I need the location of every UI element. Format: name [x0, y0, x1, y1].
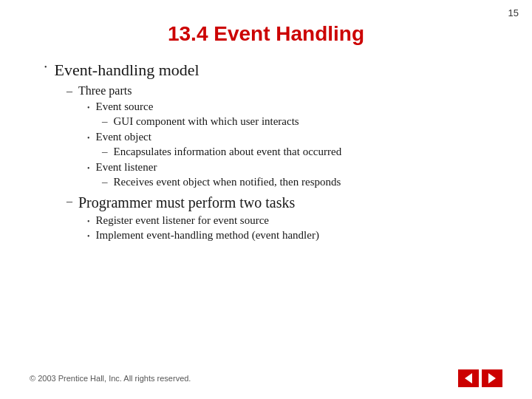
event-source-dash: – GUI component with which user interact… — [102, 115, 502, 128]
programmer-tasks-dash: – Programmer must perform two tasks — [66, 194, 502, 211]
sub-bullet-marker-2: • — [87, 134, 90, 142]
programmer-tasks-text: Programmer must perform two tasks — [78, 194, 295, 211]
three-parts-section: – Three parts • Event source – GUI compo… — [66, 84, 502, 242]
dash-marker-2: – — [66, 194, 72, 208]
prev-button[interactable] — [458, 369, 479, 387]
register-label: Register event listener for event source — [96, 214, 270, 227]
slide: 15 13.4 Event Handling • Event-handling … — [0, 0, 532, 399]
footer: © 2003 Prentice Hall, Inc. All rights re… — [0, 369, 532, 387]
event-source-label: Event source — [96, 100, 154, 113]
register-group: • Register event listener for event sour… — [87, 214, 502, 242]
event-object-group: • Event object – Encapsulates informatio… — [87, 131, 502, 158]
sub-bullet-marker-3: • — [87, 164, 90, 172]
slide-title: 13.4 Event Handling — [30, 22, 502, 46]
slide-number: 15 — [508, 7, 519, 18]
next-arrow-icon — [488, 373, 496, 383]
event-object-bullet: • Event object — [87, 131, 502, 143]
event-listener-bullet: • Event listener — [87, 161, 502, 174]
event-listener-label: Event listener — [96, 161, 157, 174]
implement-label: Implement event-handling method (event h… — [96, 229, 319, 242]
event-object-sub: Encapsulates information about event tha… — [114, 146, 342, 158]
prev-arrow-icon — [465, 373, 472, 383]
nav-buttons — [458, 369, 502, 387]
implement-bullet: • Implement event-handling method (event… — [87, 229, 502, 242]
dash-marker-1: – — [66, 84, 72, 98]
three-parts-text: Three parts — [78, 84, 132, 98]
event-listener-sub: Receives event object when notified, the… — [114, 176, 341, 188]
sub-bullet-marker-4: • — [87, 217, 90, 225]
bullet-l1-marker: • — [44, 63, 47, 71]
register-bullet: • Register event listener for event sour… — [87, 214, 502, 227]
event-listener-group: • Event listener – Receives event object… — [87, 161, 502, 188]
event-source-group: • Event source – GUI component with whic… — [87, 100, 502, 128]
event-object-dash: – Encapsulates information about event t… — [102, 146, 502, 158]
next-button[interactable] — [482, 369, 502, 387]
event-source-sub: GUI component with which user interacts — [114, 115, 299, 128]
event-source-bullet: • Event source — [87, 100, 502, 113]
footer-copyright: © 2003 Prentice Hall, Inc. All rights re… — [30, 374, 191, 383]
sub-bullet-marker-5: • — [87, 232, 90, 240]
sub-dash-marker-1: – — [102, 115, 108, 128]
bullet-l1-text: Event-handling model — [55, 61, 200, 80]
sub-bullet-marker-1: • — [87, 103, 90, 112]
bullet-event-handling-model: • Event-handling model — [44, 61, 502, 80]
event-object-label: Event object — [96, 131, 151, 143]
slide-content: • Event-handling model – Three parts • E… — [30, 61, 502, 242]
sub-dash-marker-3: – — [102, 176, 108, 188]
three-parts-dash: – Three parts — [66, 84, 502, 98]
sub-dash-marker-2: – — [102, 146, 108, 158]
event-listener-dash: – Receives event object when notified, t… — [102, 176, 502, 188]
